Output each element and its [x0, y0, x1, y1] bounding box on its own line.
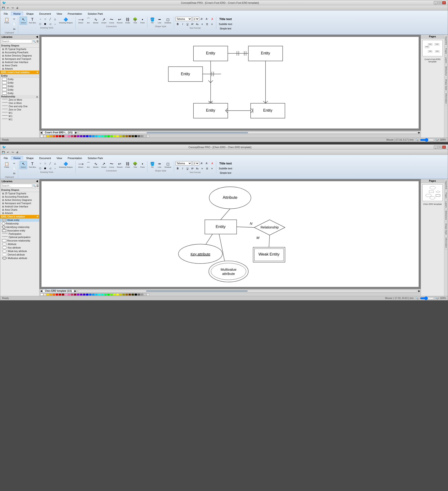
align-right-btn[interactable]: ≡	[210, 22, 214, 26]
quick-save-btn[interactable]: 💾	[1, 6, 5, 10]
side-tab-layers-1[interactable]: Layers	[444, 56, 448, 65]
zoom-slider-1[interactable]	[420, 138, 434, 142]
font-size-select-2[interactable]: 10	[192, 161, 199, 165]
color-swatch[interactable]	[137, 135, 140, 137]
page-thumbnail-1[interactable]: Entity Entity Entity Entity Entity	[422, 40, 443, 56]
scroll-right-btn-2[interactable]: ▶	[418, 290, 421, 292]
color-swatch[interactable]	[92, 135, 95, 137]
color-swatch[interactable]	[101, 293, 104, 296]
color-swatch[interactable]	[80, 135, 82, 137]
canvas-2[interactable]: Attribute Entity Relationship N M	[39, 179, 421, 296]
lib-item-aerospace-2[interactable]: ⊞ Aerospace and Transport	[0, 202, 39, 205]
color-swatch[interactable]	[74, 293, 77, 296]
color-swatch[interactable]	[86, 293, 89, 296]
lib-rel-one-only[interactable]: One and only One	[0, 105, 39, 108]
quick-save-btn-2[interactable]: 💾	[1, 150, 5, 154]
canvas-1[interactable]: Entity Entity Entity	[39, 35, 421, 138]
font-family-select-2[interactable]: Tahoma	[175, 161, 192, 165]
color-swatch[interactable]	[125, 135, 128, 137]
title-text-btn-2[interactable]: Title text	[218, 161, 233, 166]
color-swatch[interactable]	[122, 135, 125, 137]
shape-rect-btn[interactable]: □	[43, 17, 48, 21]
close-btn-1[interactable]: ✕	[442, 1, 446, 4]
tab-solutionpark-1[interactable]: Solution Park	[85, 12, 105, 16]
page-nav-right-btn-2[interactable]: ▶	[74, 290, 76, 292]
lib-item-active-dir-2[interactable]: ⊞ Active Directory Diagrams	[0, 198, 39, 202]
horizontal-scroll-1[interactable]	[79, 132, 417, 134]
lib-item-active-dir-1[interactable]: ⊞ Active Directory Diagrams	[0, 54, 39, 57]
bold-btn-2[interactable]: B	[175, 166, 180, 171]
side-tab-behaviour-2[interactable]: Behaviour	[444, 209, 448, 222]
tree-button[interactable]: 🌳 Tree	[132, 17, 139, 25]
color-swatch[interactable]	[59, 135, 61, 137]
tab-view-1[interactable]: View	[54, 12, 65, 16]
clone-button[interactable]: 🗂	[12, 26, 17, 31]
color-swatch[interactable]	[122, 293, 125, 296]
tab-shape-1[interactable]: Shape	[24, 12, 36, 16]
color-swatch[interactable]	[98, 293, 101, 296]
tab-shape-2[interactable]: Shape	[24, 156, 36, 160]
font-family-select[interactable]: Tahoma	[175, 17, 192, 21]
lib-item-area-charts-1[interactable]: ⊞ Area Charts	[0, 64, 39, 67]
subtitle-text-btn-2[interactable]: Subtitle text	[218, 166, 233, 170]
maximize-btn-2[interactable]: □	[438, 146, 442, 149]
shape-dia-btn-2[interactable]: ⬟	[43, 166, 48, 170]
underline-btn-2[interactable]: U	[185, 166, 190, 171]
lib-chen-derived-attr[interactable]: Derived attribute	[0, 253, 39, 256]
side-tab-pages-1[interactable]: Pages	[444, 47, 448, 56]
tab-view-2[interactable]: View	[54, 156, 65, 160]
side-tab-info-1[interactable]: Information	[444, 92, 448, 105]
paste-button[interactable]: 📋 Paste	[2, 17, 11, 25]
simple-text-btn[interactable]: Simple text	[218, 27, 233, 31]
color-swatch[interactable]	[77, 293, 80, 296]
sidebar-collapse-btn-2[interactable]: ◀	[36, 180, 38, 183]
side-tab-layers-2[interactable]: Layers	[444, 200, 448, 209]
color-swatch[interactable]	[71, 293, 73, 296]
color-swatch[interactable]	[65, 135, 67, 137]
color-swatch[interactable]	[116, 293, 119, 296]
shape-line-btn[interactable]: ╱	[48, 17, 53, 21]
quick-print-btn-2[interactable]: 🖨	[15, 150, 19, 154]
lib-rel-m1-3[interactable]: M:1	[0, 118, 39, 121]
font-decrease-btn[interactable]: A⁻	[205, 17, 210, 21]
color-swatch[interactable]	[40, 293, 43, 296]
lib-rel-one-more[interactable]: One or More	[0, 102, 39, 105]
paste-button-2[interactable]: 📋 Paste	[2, 161, 11, 169]
color-swatch[interactable]	[146, 293, 149, 296]
select-button[interactable]: ↖ Select	[20, 17, 27, 25]
color-swatch[interactable]	[134, 293, 137, 296]
font-color-btn-2[interactable]: A	[210, 161, 215, 166]
underline-btn[interactable]: U	[185, 22, 190, 26]
scroll-thumb-1[interactable]	[146, 132, 248, 133]
minimize-btn-2[interactable]: _	[434, 146, 438, 149]
cut-button-2[interactable]: ✂	[12, 161, 17, 166]
lib-item-android-2[interactable]: ⊞ Android User Interface	[0, 205, 39, 208]
color-swatch[interactable]	[113, 293, 116, 296]
shadow-button-2[interactable]: ◻ Shadow	[163, 161, 173, 169]
color-swatch[interactable]	[119, 293, 122, 296]
lib-chen-attribute[interactable]: Attribute	[0, 243, 39, 246]
point-button-2[interactable]: • Point	[139, 161, 146, 169]
color-swatch[interactable]	[116, 135, 119, 137]
active-library-label-1[interactable]: ERD, crow's foot notation ✕	[0, 71, 39, 74]
color-swatch[interactable]	[71, 135, 73, 137]
color-swatch[interactable]	[62, 135, 64, 137]
color-swatch[interactable]	[131, 135, 134, 137]
lib-chen-participation[interactable]: Participation	[0, 232, 39, 236]
zoom-in-btn-1[interactable]: 🔍+	[435, 139, 439, 141]
shape-more-btn2[interactable]: ⬟	[43, 21, 48, 26]
direct-button-2[interactable]: ⟶ Direct	[77, 161, 85, 169]
shape-dmd-btn-2[interactable]: ⬦	[53, 166, 57, 170]
subtitle-text-btn[interactable]: Subtitle text	[218, 22, 233, 26]
color-swatch[interactable]	[104, 135, 107, 137]
color-swatch[interactable]	[49, 293, 52, 296]
lib-rel-zero-more[interactable]: Zero or More	[0, 98, 39, 102]
curve-button[interactable]: 〜 Curve	[108, 17, 115, 25]
side-tab-pages-2[interactable]: Pages	[444, 191, 448, 200]
drawing-shapes-section-2[interactable]: Drawing Shapes	[0, 188, 39, 192]
lib-item-orgcharts-1[interactable]: ⊞ 25 Typical Orgcharts	[0, 48, 39, 51]
arc-button[interactable]: ⌒ Arc	[85, 17, 92, 25]
lib-item-artwork-2[interactable]: ⊞ Artwork	[0, 212, 39, 215]
search-input-1[interactable]	[1, 39, 32, 43]
color-swatch[interactable]	[65, 293, 67, 296]
